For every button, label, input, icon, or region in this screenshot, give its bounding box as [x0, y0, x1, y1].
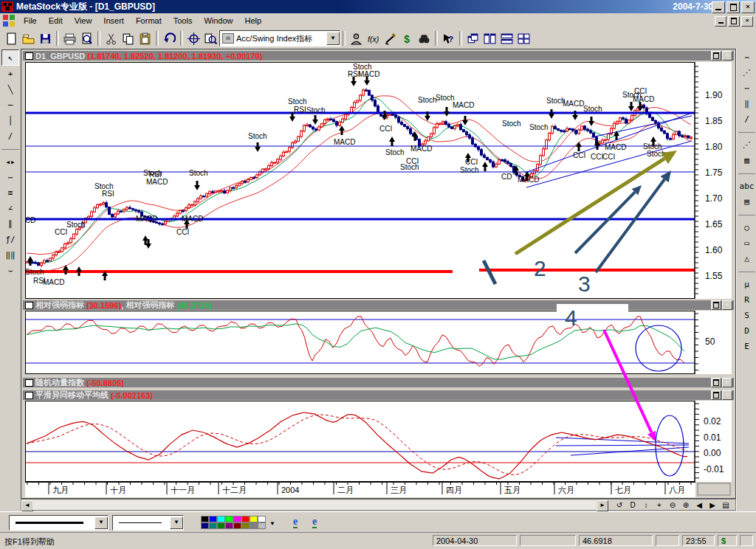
- menu-help[interactable]: Help: [239, 15, 268, 27]
- zoomfind-button[interactable]: [202, 30, 219, 46]
- periodicity-daily-button[interactable]: D: [627, 500, 639, 510]
- rectangle-tool[interactable]: ▭: [739, 235, 755, 250]
- paste-button[interactable]: [137, 30, 154, 46]
- angle-tool[interactable]: ∠: [2, 201, 18, 215]
- fib-timezones-tool[interactable]: ‖: [739, 96, 755, 111]
- panel-close-button[interactable]: ×: [722, 390, 732, 400]
- panel-close-button[interactable]: ×: [722, 51, 732, 61]
- tileg-button[interactable]: [515, 30, 532, 46]
- panel-collapse-box[interactable]: [25, 52, 33, 60]
- palette-dropdown-arrow[interactable]: ▼: [269, 520, 275, 527]
- color-swatch-ffff00[interactable]: [250, 516, 258, 522]
- menu-insert[interactable]: Insert: [97, 15, 130, 27]
- combo-dropdown-arrow[interactable]: ▼: [326, 32, 340, 45]
- color-swatch-008080[interactable]: [209, 522, 217, 529]
- combo-dropdown-arrow[interactable]: ▼: [170, 517, 183, 529]
- mt-d-tool[interactable]: D: [739, 323, 755, 338]
- raff-regression-tool[interactable]: ⋰: [739, 137, 755, 152]
- combo-dropdown-arrow[interactable]: ▼: [94, 517, 108, 529]
- panel-collapse-box[interactable]: [25, 302, 33, 309]
- color-swatch-000000[interactable]: [201, 516, 209, 522]
- internet-explorer-button[interactable]: e: [286, 514, 304, 531]
- chart-refresh-button[interactable]: ↺: [614, 500, 625, 510]
- mt-e-tool[interactable]: E: [739, 339, 755, 353]
- menu-view[interactable]: View: [69, 15, 98, 27]
- binoc-button[interactable]: [416, 30, 433, 46]
- dollar-button[interactable]: $: [399, 30, 416, 46]
- helpsel-button[interactable]: ?: [440, 30, 457, 46]
- zoom-out-button[interactable]: ⊖: [667, 500, 678, 510]
- window-minimize-button[interactable]: [712, 1, 725, 13]
- panel-restore-button[interactable]: [711, 300, 721, 310]
- menu-window[interactable]: Window: [198, 15, 238, 27]
- scrollbar-track[interactable]: [32, 500, 596, 510]
- color-swatch-008000[interactable]: [217, 522, 225, 529]
- scrollbar-right-button[interactable]: ►: [597, 500, 608, 511]
- color-swatch-ff0000[interactable]: [241, 516, 250, 522]
- speed-lines-tool[interactable]: ∥: [2, 216, 18, 231]
- triangle-tool[interactable]: △: [739, 251, 755, 266]
- save-button[interactable]: [37, 30, 54, 46]
- horizontal-line-tool[interactable]: ─: [2, 97, 18, 112]
- title-bar[interactable]: MetaStock专业版 - [D1_GBPUSD] 2004-7-30 ×: [0, 0, 756, 13]
- data-window-button[interactable]: ▤: [720, 500, 732, 510]
- panel-collapse-box[interactable]: [25, 392, 33, 399]
- trendline-tool[interactable]: ╲: [2, 82, 18, 97]
- color-swatch-ffffff[interactable]: [258, 516, 266, 522]
- color-swatch-800080[interactable]: [225, 522, 233, 529]
- color-swatch-808080[interactable]: [250, 522, 258, 529]
- color-swatch-000080[interactable]: [201, 522, 209, 529]
- preview-button[interactable]: [78, 30, 95, 46]
- cascade-button[interactable]: [464, 30, 481, 46]
- grid-lines-tool[interactable]: ‖‖: [2, 247, 18, 262]
- security-label-tool[interactable]: ∕: [2, 128, 18, 143]
- new-button[interactable]: [3, 30, 20, 46]
- fx-button[interactable]: f(x): [365, 30, 382, 46]
- cut-button[interactable]: [103, 30, 120, 46]
- vertical-scale-button[interactable]: ↕: [640, 500, 652, 510]
- mt-k-tool[interactable]: μ: [739, 277, 755, 291]
- panel-close-button[interactable]: ×: [722, 378, 732, 387]
- color-swatch-ff00ff[interactable]: [233, 516, 241, 522]
- move-chart-button[interactable]: +: [653, 500, 665, 510]
- panel-close-button[interactable]: ×: [722, 300, 732, 310]
- chart-menu-icon[interactable]: [3, 15, 15, 27]
- copy-button[interactable]: [120, 30, 137, 46]
- child-minimize-button[interactable]: [715, 16, 726, 27]
- panel-restore-button[interactable]: [711, 51, 721, 61]
- pointer-tool[interactable]: ↖: [1, 49, 19, 66]
- crosshair-tool[interactable]: +: [2, 66, 18, 81]
- smi-panel-title[interactable]: 随机动量指数 (-50.8805) ×: [23, 378, 734, 387]
- child-close-button[interactable]: ×: [741, 16, 753, 27]
- print-button[interactable]: [61, 30, 78, 46]
- vertical-line-tool[interactable]: │: [2, 113, 18, 128]
- time-axis[interactable]: 九月十月十一月十二月2004二月三月四月五月六月七月八月: [25, 482, 732, 497]
- fib-arcs-tool[interactable]: ⌢: [739, 49, 755, 64]
- undo-button[interactable]: [161, 30, 178, 46]
- line-style-combo[interactable]: ▼: [9, 515, 109, 531]
- rsi-chart[interactable]: 50: [25, 311, 732, 374]
- macd-chart[interactable]: 0.020.010.00-0.01: [25, 401, 732, 482]
- text-tool[interactable]: abc: [739, 179, 755, 193]
- gann-fan-tool[interactable]: ⋰: [739, 65, 755, 80]
- color-swatch-00ffff[interactable]: [217, 516, 225, 522]
- tileh-button[interactable]: [498, 30, 515, 46]
- line-weight-combo[interactable]: ▼: [112, 515, 184, 531]
- indicator-combobox[interactable]: ıIıAcc/Swing Index指标▼: [219, 30, 340, 46]
- color-swatch-c0c0c0[interactable]: [258, 522, 266, 529]
- menu-file[interactable]: File: [18, 15, 43, 27]
- window-restore-button[interactable]: [726, 1, 740, 13]
- menu-edit[interactable]: Edit: [43, 15, 69, 27]
- ticker-row-tool[interactable]: ≡: [2, 185, 18, 200]
- expert-button[interactable]: [348, 30, 365, 46]
- color-swatch-00ff00[interactable]: [225, 516, 233, 522]
- main-price-chart[interactable]: StochRSIMACDMACDCCIStochStochRSIStochRSI…: [25, 62, 732, 299]
- scroll-pair-tool[interactable]: ◂▸: [2, 154, 18, 169]
- window-close-button[interactable]: ×: [741, 1, 755, 13]
- child-restore-button[interactable]: [728, 16, 740, 27]
- scroll-left-button[interactable]: ◀: [693, 500, 705, 510]
- color-swatch-808000[interactable]: [241, 522, 250, 529]
- fib-retracement-tool[interactable]: ⋯: [739, 80, 755, 95]
- color-swatch-800000[interactable]: [233, 522, 241, 529]
- line-tool[interactable]: ∕: [739, 111, 755, 126]
